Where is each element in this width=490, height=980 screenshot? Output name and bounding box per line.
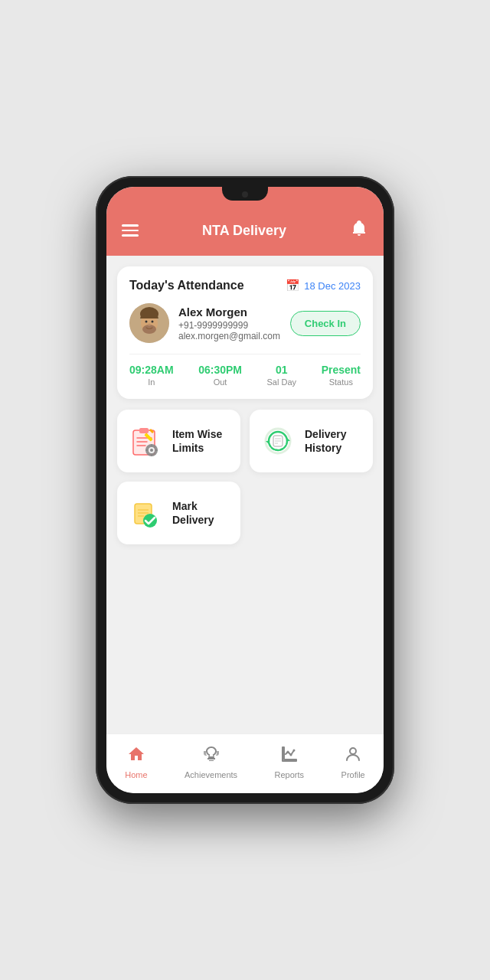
avatar [129,303,169,343]
svg-point-35 [289,754,292,756]
nav-reports[interactable]: Reports [267,742,312,782]
svg-rect-18 [145,449,148,451]
attendance-date: 18 Dec 2023 [304,280,361,292]
nav-achievements[interactable]: Achievements [177,742,245,782]
stat-in-value: 09:28AM [129,364,174,376]
svg-point-36 [292,750,295,752]
feature-grid: Item WiseLimits [117,410,373,544]
chart-icon [280,745,299,768]
user-name: Alex Morgen [178,305,281,318]
camera-dot [242,191,248,198]
svg-point-6 [148,324,151,326]
delivery-history-label: DeliveryHistory [305,427,346,455]
clipboard-settings-icon [128,423,163,459]
svg-point-5 [152,321,154,323]
trophy-icon [202,745,220,768]
date-badge: 📅 18 Dec 2023 [286,279,361,292]
phone-screen: NTA Delivery Today's Attendance 📅 18 Dec… [106,187,384,793]
nav-reports-label: Reports [275,770,305,779]
delivery-history-card[interactable]: DeliveryHistory [250,410,373,472]
svg-point-37 [350,748,356,754]
nav-home-label: Home [125,770,147,779]
person-icon [344,745,362,768]
menu-button[interactable] [122,224,139,237]
notch [222,187,268,201]
attendance-header: Today's Attendance 📅 18 Dec 2023 [129,279,361,292]
user-email: alex.morgen@gmail.com [178,331,281,341]
nav-home[interactable]: Home [117,742,155,782]
attendance-card: Today's Attendance 📅 18 Dec 2023 [117,266,373,399]
svg-rect-16 [151,444,152,446]
checkin-button[interactable]: Check In [290,311,361,336]
home-icon [127,745,145,768]
svg-point-15 [150,449,153,452]
stat-out-label: Out [198,377,242,387]
attendance-title: Today's Attendance [129,279,244,292]
stat-in: 09:28AM In [129,364,174,387]
app-title: NTA Delivery [202,223,286,239]
stat-out-value: 06:30PM [198,364,242,376]
mark-delivery-label: MarkDelivery [172,499,214,527]
main-content: Today's Attendance 📅 18 Dec 2023 [106,256,384,733]
svg-point-34 [286,751,289,753]
stat-status: Present Status [322,364,361,387]
delivery-cycle-icon [260,423,296,459]
bottom-nav: Home Achievements [106,733,384,793]
stat-status-value: Present [322,364,361,376]
stat-sal: 01 Sal Day [267,364,297,387]
delivery-check-icon [128,495,163,531]
user-info: Alex Morgen +91-9999999999 alex.morgen@g… [178,305,281,341]
app-header: NTA Delivery [106,211,384,256]
item-wise-limits-card[interactable]: Item WiseLimits [117,410,240,472]
stat-status-label: Status [322,377,361,387]
nav-profile[interactable]: Profile [334,742,373,782]
stats-row: 09:28AM In 06:30PM Out 01 Sal Day Presen… [129,354,361,387]
svg-point-4 [145,321,148,323]
item-wise-limits-label: Item WiseLimits [172,427,222,455]
user-phone: +91-9999999999 [178,320,281,331]
nav-profile-label: Profile [341,770,365,779]
notch-bar [106,187,384,211]
bell-icon[interactable] [350,219,368,242]
calendar-icon: 📅 [286,279,300,292]
svg-rect-17 [151,454,152,456]
stat-sal-label: Sal Day [267,377,297,387]
stat-out: 06:30PM Out [198,364,242,387]
phone-shell: NTA Delivery Today's Attendance 📅 18 Dec… [96,176,394,804]
stat-sal-value: 01 [267,364,297,376]
stat-in-label: In [129,377,174,387]
nav-achievements-label: Achievements [185,770,237,779]
svg-rect-19 [155,449,158,451]
user-row: Alex Morgen +91-9999999999 alex.morgen@g… [129,303,361,354]
mark-delivery-card[interactable]: MarkDelivery [117,482,240,544]
svg-rect-9 [139,428,149,433]
